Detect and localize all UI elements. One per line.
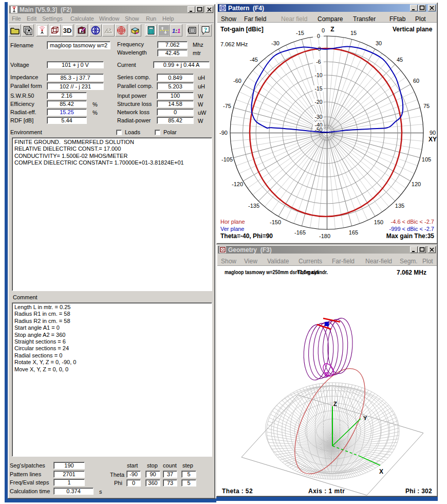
svg-text:-75: -75 — [223, 103, 231, 109]
svg-text:-90: -90 — [219, 130, 228, 136]
svg-text:90: 90 — [430, 130, 436, 136]
svg-text:1: 1 — [172, 28, 175, 34]
svg-text:-15: -15 — [314, 85, 322, 92]
svg-text:-10: -10 — [314, 72, 322, 78]
svg-text:150: 150 — [374, 219, 383, 225]
svg-text:-30: -30 — [314, 114, 322, 120]
svg-text:Z: Z — [333, 401, 337, 407]
svg-text:-180: -180 — [319, 233, 330, 239]
svg-text:?: ? — [204, 26, 208, 33]
svg-text:-105: -105 — [221, 156, 233, 163]
svg-text:0: 0 — [317, 33, 320, 39]
svg-text:3D: 3D — [63, 27, 72, 34]
svg-text:-135: -135 — [248, 203, 259, 209]
svg-text:-6: -6 — [316, 59, 321, 65]
svg-text:0: 0 — [322, 27, 325, 33]
svg-text:-120: -120 — [232, 181, 243, 187]
svg-text:1: 1 — [177, 28, 180, 34]
svg-text:-165: -165 — [294, 229, 306, 236]
svg-text:-60: -60 — [233, 78, 241, 84]
svg-text:-15: -15 — [296, 30, 304, 36]
svg-text:-30: -30 — [271, 40, 280, 46]
svg-text:Y: Y — [363, 415, 367, 421]
svg-text:-150: -150 — [270, 219, 281, 225]
svg-text:30: 30 — [376, 40, 382, 46]
svg-text:45: 45 — [397, 57, 403, 63]
svg-text:XY: XY — [429, 136, 437, 143]
svg-text:-20: -20 — [314, 99, 322, 105]
svg-text:60: 60 — [413, 78, 419, 84]
svg-text:X: X — [379, 468, 383, 475]
svg-text:Z: Z — [330, 26, 334, 33]
svg-text:120: 120 — [412, 181, 421, 187]
svg-text:105: 105 — [422, 156, 431, 163]
svg-text:165: 165 — [349, 229, 358, 236]
svg-text:15: 15 — [350, 30, 357, 36]
svg-text:-45: -45 — [250, 57, 258, 63]
svg-text:135: 135 — [395, 203, 404, 209]
svg-text:75: 75 — [423, 103, 430, 109]
